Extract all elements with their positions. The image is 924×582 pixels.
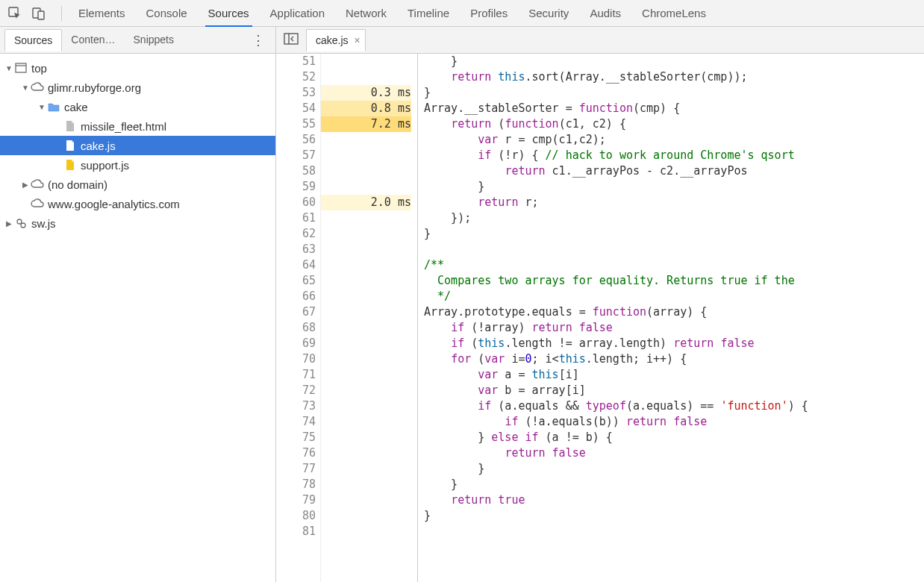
tree-item-label: support.js: [81, 159, 129, 172]
file-tab-label: cake.js: [316, 34, 349, 46]
window-icon: [13, 63, 28, 73]
tree-item-label: cake.js: [81, 140, 116, 152]
cloud-icon: [30, 179, 45, 190]
timing-annotation: 2.0 ms: [321, 195, 411, 210]
toggle-navigator-icon[interactable]: [281, 31, 302, 48]
code-line[interactable]: return true: [424, 492, 924, 508]
close-icon[interactable]: ×: [355, 34, 360, 46]
svg-rect-3: [16, 63, 26, 72]
expand-arrow-icon[interactable]: ▼: [4, 64, 13, 72]
inspect-icon[interactable]: [6, 4, 24, 22]
expand-arrow-icon[interactable]: ▶: [21, 181, 30, 189]
tab-elements[interactable]: Elements: [69, 0, 134, 26]
workspace: SourcesConten…Snippets ⋮ ▼top▼glimr.ruby…: [0, 27, 924, 582]
code-line[interactable]: }: [424, 477, 924, 492]
code-line[interactable]: return r;: [424, 195, 924, 210]
timing-annotation: 0.8 ms: [321, 101, 411, 116]
code-line[interactable]: return this.sort(Array.__stableSorter(cm…: [424, 69, 924, 85]
expand-arrow-icon[interactable]: ▼: [37, 103, 46, 111]
code-line[interactable]: return c1.__arrayPos - c2.__arrayPos: [424, 163, 924, 179]
expand-arrow-icon[interactable]: ▼: [21, 84, 30, 92]
svg-point-5: [17, 219, 22, 224]
code-line[interactable]: });: [424, 210, 924, 226]
device-mode-icon[interactable]: [30, 4, 48, 22]
code-content[interactable]: } return this.sort(Array.__stableSorter(…: [418, 54, 924, 582]
code-editor[interactable]: 5152535455565758596061626364656667686970…: [276, 54, 924, 582]
code-line[interactable]: }: [424, 85, 924, 101]
code-line[interactable]: Array.__stableSorter = function(cmp) {: [424, 101, 924, 116]
code-line[interactable]: if (this.length != array.length) return …: [424, 336, 924, 351]
tab-chromelens[interactable]: ChromeLens: [633, 0, 715, 26]
code-line[interactable]: }: [424, 508, 924, 524]
svg-point-6: [21, 223, 25, 228]
sidebar-tab-snippets[interactable]: Snippets: [125, 29, 183, 51]
code-line[interactable]: } else if (a != b) {: [424, 430, 924, 445]
tree-item-missile-fleet-html[interactable]: missile_fleet.html: [0, 116, 275, 136]
tab-audits[interactable]: Audits: [581, 0, 630, 26]
code-line[interactable]: if (!a.equals(b)) return false: [424, 414, 924, 430]
file-snippet-icon: [63, 159, 78, 171]
code-line[interactable]: }: [424, 179, 924, 195]
tree-item-support-js[interactable]: support.js: [0, 155, 275, 175]
tree-item-cake[interactable]: ▼cake: [0, 97, 275, 116]
timing-column: 0.3 ms0.8 ms7.2 ms2.0 ms: [321, 54, 418, 582]
folder-icon: [46, 101, 61, 112]
code-line[interactable]: var r = cmp(c1,c2);: [424, 132, 924, 148]
tree-item-sw-js[interactable]: ▶sw.js: [0, 213, 275, 233]
code-line[interactable]: if (!r) { // hack to work around Chrome'…: [424, 148, 924, 163]
file-tab-cake-js[interactable]: cake.js ×: [306, 29, 366, 51]
code-line[interactable]: /**: [424, 257, 924, 273]
code-line[interactable]: [424, 242, 924, 257]
file-js-icon: [63, 140, 78, 151]
code-line[interactable]: var b = array[i]: [424, 383, 924, 398]
toolbar-divider: [61, 6, 62, 21]
devtools-toolbar: ElementsConsoleSourcesApplicationNetwork…: [0, 0, 924, 27]
code-line[interactable]: var a = this[i]: [424, 367, 924, 383]
tree-item-label: top: [31, 62, 47, 75]
tree-item-label: (no domain): [48, 178, 107, 191]
tab-network[interactable]: Network: [337, 0, 396, 26]
sidebar-tab-sources[interactable]: Sources: [4, 29, 62, 51]
tree-item-label: sw.js: [31, 217, 56, 230]
code-line[interactable]: for (var i=0; i<this.length; i++) {: [424, 351, 924, 367]
editor-area: cake.js × 515253545556575859606162636465…: [276, 27, 924, 582]
sidebar-tabs: SourcesConten…Snippets ⋮: [0, 27, 275, 54]
code-line[interactable]: return (function(c1, c2) {: [424, 116, 924, 132]
tab-application[interactable]: Application: [261, 0, 334, 26]
tree-item--no-domain-[interactable]: ▶(no domain): [0, 175, 275, 194]
tab-timeline[interactable]: Timeline: [399, 0, 458, 26]
main-tabs: ElementsConsoleSourcesApplicationNetwork…: [69, 0, 715, 26]
file-icon: [63, 120, 78, 132]
code-line[interactable]: }: [424, 54, 924, 69]
tree-item-label: www.google-analytics.com: [48, 198, 180, 210]
code-line[interactable]: Compares two arrays for equality. Return…: [424, 273, 924, 289]
code-line[interactable]: Array.prototype.equals = function(array)…: [424, 304, 924, 320]
code-line[interactable]: [424, 524, 924, 539]
tab-sources[interactable]: Sources: [199, 0, 258, 26]
sidebar-tab-conten[interactable]: Conten…: [62, 29, 124, 51]
tree-item-www-google-analytics-com[interactable]: www.google-analytics.com: [0, 194, 275, 213]
tab-security[interactable]: Security: [519, 0, 578, 26]
file-tree[interactable]: ▼top▼glimr.rubyforge.org▼cakemissile_fle…: [0, 54, 275, 582]
tree-item-cake-js[interactable]: cake.js: [0, 136, 275, 155]
code-line[interactable]: }: [424, 461, 924, 477]
code-line[interactable]: return false: [424, 445, 924, 461]
timing-annotation: 7.2 ms: [321, 116, 411, 132]
tree-item-glimr-rubyforge-org[interactable]: ▼glimr.rubyforge.org: [0, 78, 275, 97]
code-line[interactable]: if (!array) return false: [424, 320, 924, 336]
tree-item-top[interactable]: ▼top: [0, 58, 275, 78]
cloud-icon: [30, 198, 45, 209]
tree-item-label: glimr.rubyforge.org: [48, 81, 141, 94]
tab-profiles[interactable]: Profiles: [461, 0, 516, 26]
editor-tabs: cake.js ×: [276, 27, 924, 54]
code-line[interactable]: */: [424, 289, 924, 304]
timing-annotation: 0.3 ms: [321, 85, 411, 101]
sidebar-overflow-menu[interactable]: ⋮: [244, 32, 271, 48]
sources-sidebar: SourcesConten…Snippets ⋮ ▼top▼glimr.ruby…: [0, 27, 276, 582]
tree-item-label: missile_fleet.html: [81, 120, 166, 133]
expand-arrow-icon[interactable]: ▶: [4, 219, 13, 228]
code-line[interactable]: if (a.equals && typeof(a.equals) == 'fun…: [424, 398, 924, 414]
cloud-icon: [30, 82, 45, 93]
tab-console[interactable]: Console: [137, 0, 196, 26]
code-line[interactable]: }: [424, 226, 924, 242]
